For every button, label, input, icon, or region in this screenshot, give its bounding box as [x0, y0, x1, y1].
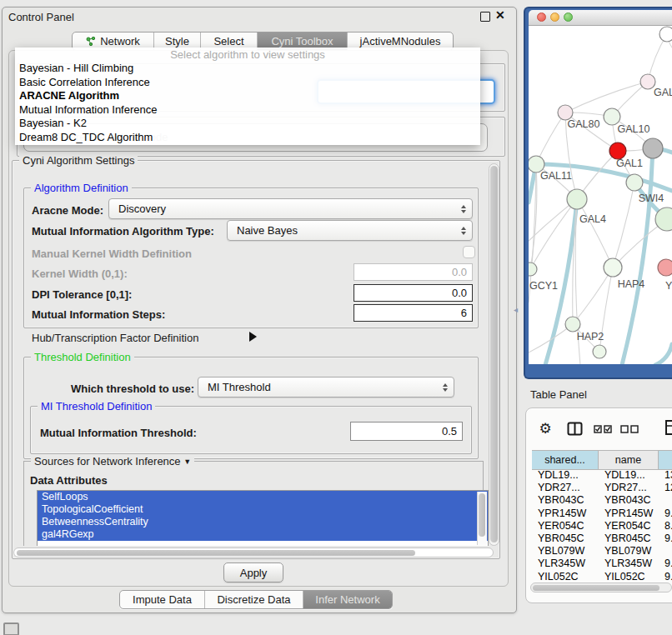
network-edge[interactable]: [613, 182, 634, 268]
network-edge[interactable]: [577, 199, 613, 268]
hub-section-label: Hub/Transcription Factor Definition: [32, 332, 198, 344]
mi-type-select[interactable]: Naive Bayes: [227, 220, 473, 241]
select-all-checkboxes-icon[interactable]: [594, 425, 612, 433]
table-row[interactable]: YDL19...YDL19...13: [532, 469, 672, 482]
algorithm-option[interactable]: Bayesian - Hill Climbing: [15, 62, 480, 76]
close-window-icon[interactable]: ✕: [495, 8, 505, 22]
deselect-all-checkboxes-icon[interactable]: [620, 425, 639, 433]
network-canvas[interactable]: GALGAL80GAL10GAL1SWI4GAL11GAL4GCY1HAP4YH…: [529, 26, 672, 364]
network-node-hap2[interactable]: [565, 317, 580, 332]
network-node-label: GAL: [654, 87, 672, 98]
table-row[interactable]: YBR045CYBR045C9.: [532, 532, 672, 545]
network-node-hap4[interactable]: [604, 258, 622, 277]
table-hscrollbar-track[interactable]: [530, 582, 672, 592]
split-columns-icon[interactable]: [567, 422, 583, 436]
settings-hscrollbar-track[interactable]: [13, 548, 494, 558]
data-attribute-item[interactable]: gal4RGexp: [38, 528, 488, 541]
table-row[interactable]: YLR345WYLR345W9.: [532, 558, 672, 570]
tab-label: Impute Data: [133, 593, 192, 606]
new-table-icon[interactable]: [664, 419, 672, 436]
network-node-label: GAL4: [579, 213, 606, 225]
algorithm-option[interactable]: Mutual Information Inference: [15, 103, 480, 118]
algorithm-option[interactable]: ARACNE Algorithm: [15, 89, 480, 103]
table-cell: 13: [659, 469, 672, 482]
network-edge[interactable]: [655, 344, 672, 364]
table-row[interactable]: YBR043CYBR043C: [532, 494, 672, 507]
table-cell: YBR043C: [532, 494, 599, 507]
data-attribute-item[interactable]: SelfLoops: [38, 491, 488, 503]
tab-impute-data[interactable]: Impute Data: [120, 591, 205, 608]
which-threshold-select[interactable]: MI Threshold: [198, 377, 454, 398]
tab-label: Discretize Data: [217, 593, 290, 606]
settings-vscrollbar-thumb[interactable]: [490, 166, 498, 542]
table-cell: YBL079W: [599, 545, 659, 558]
network-node-gal10[interactable]: [604, 108, 620, 125]
attributes-scrollbar-track[interactable]: [477, 492, 487, 545]
gear-icon[interactable]: ⚙: [537, 420, 554, 437]
mi-threshold-label: Mutual Information Threshold:: [40, 427, 197, 439]
network-window-titlebar[interactable]: [529, 10, 672, 26]
algorithm-option[interactable]: Dream8 DC_TDC Algorithm: [15, 131, 480, 145]
algorithm-definition-title: Algorithm Definition: [31, 182, 132, 194]
network-graph[interactable]: GALGAL80GAL10GAL1SWI4GAL11GAL4GCY1HAP4YH…: [529, 26, 672, 364]
table-cell: YBR043C: [599, 494, 659, 507]
network-node-top[interactable]: [659, 27, 672, 42]
grid-window-icon[interactable]: [3, 622, 19, 635]
table-row[interactable]: YPR145WYPR145W9.: [532, 508, 672, 520]
aracne-mode-value: Discovery: [118, 202, 166, 215]
table-row[interactable]: YIL052CYIL052C9.: [532, 571, 672, 581]
network-edge[interactable]: [565, 82, 648, 112]
network-edge[interactable]: [536, 112, 565, 164]
data-attribute-item[interactable]: TopologicalCoefficient: [38, 503, 488, 516]
table-cell: YDL19...: [599, 469, 659, 482]
table-hscrollbar-thumb[interactable]: [533, 585, 659, 591]
tab-label: Select: [213, 35, 243, 48]
network-node-gray[interactable]: [643, 138, 663, 158]
table-cell: 9.: [659, 571, 672, 581]
data-attribute-item[interactable]: BetweennessCentrality: [38, 516, 488, 528]
hub-expand-arrow-icon[interactable]: [249, 332, 257, 342]
settings-vscrollbar-track[interactable]: [489, 163, 499, 546]
column-header[interactable]: A: [659, 451, 672, 469]
network-icon: [86, 37, 96, 47]
column-header[interactable]: shared...: [532, 451, 599, 469]
table-cell: 9.: [659, 558, 672, 570]
mi-type-value: Naive Bayes: [237, 224, 298, 237]
algorithm-option[interactable]: Basic Correlation Inference: [15, 76, 480, 90]
network-node-gcy1[interactable]: [529, 262, 537, 276]
tab-discretize-data[interactable]: Discretize Data: [205, 591, 303, 608]
network-edge[interactable]: [573, 268, 613, 324]
zoom-traffic-light-icon[interactable]: [564, 12, 573, 22]
attributes-scrollbar-thumb[interactable]: [479, 493, 485, 537]
algorithm-popup-placeholder: Select algorithm to view settings: [15, 48, 480, 62]
data-attributes-list: SelfLoopsTopologicalCoefficientBetweenne…: [37, 490, 489, 546]
table-row[interactable]: YER054CYER054C8.: [532, 520, 672, 532]
table-header-row: shared...nameA: [532, 450, 672, 470]
float-window-icon[interactable]: [480, 12, 490, 22]
sources-collapse-arrow-icon[interactable]: ▼: [183, 458, 191, 466]
settings-hscrollbar-thumb[interactable]: [17, 550, 415, 556]
dpi-tolerance-field[interactable]: 0.0: [354, 284, 473, 302]
which-threshold-value: MI Threshold: [208, 381, 271, 393]
manual-kernel-checkbox[interactable]: [463, 246, 475, 258]
tab-label: Infer Network: [315, 593, 379, 606]
table-cell: YDR27...: [532, 482, 599, 494]
kernel-width-field[interactable]: 0.0: [354, 263, 473, 281]
network-node-gal1[interactable]: [609, 142, 626, 159]
table-row[interactable]: YDR27...YDR27...12: [532, 482, 672, 494]
minimize-traffic-light-icon[interactable]: [550, 12, 559, 22]
close-traffic-light-icon[interactable]: [537, 12, 546, 22]
apply-button[interactable]: Apply: [223, 562, 283, 582]
network-node-salmon[interactable]: [658, 259, 672, 276]
network-node-mid_green[interactable]: [626, 174, 643, 191]
network-node-gal4[interactable]: [567, 189, 587, 209]
algorithm-option[interactable]: Bayesian - K2: [15, 117, 480, 131]
mi-threshold-field[interactable]: 0.5: [350, 422, 463, 441]
panel-collapse-arrow-icon[interactable]: ◂: [514, 305, 518, 314]
aracne-mode-select[interactable]: Discovery: [108, 198, 473, 219]
column-header[interactable]: name: [599, 451, 659, 469]
network-node-bot_green[interactable]: [593, 345, 606, 358]
table-row[interactable]: YBL079WYBL079W: [532, 545, 672, 558]
mi-steps-field[interactable]: 6: [354, 304, 473, 322]
tab-infer-network[interactable]: Infer Network: [303, 591, 392, 608]
